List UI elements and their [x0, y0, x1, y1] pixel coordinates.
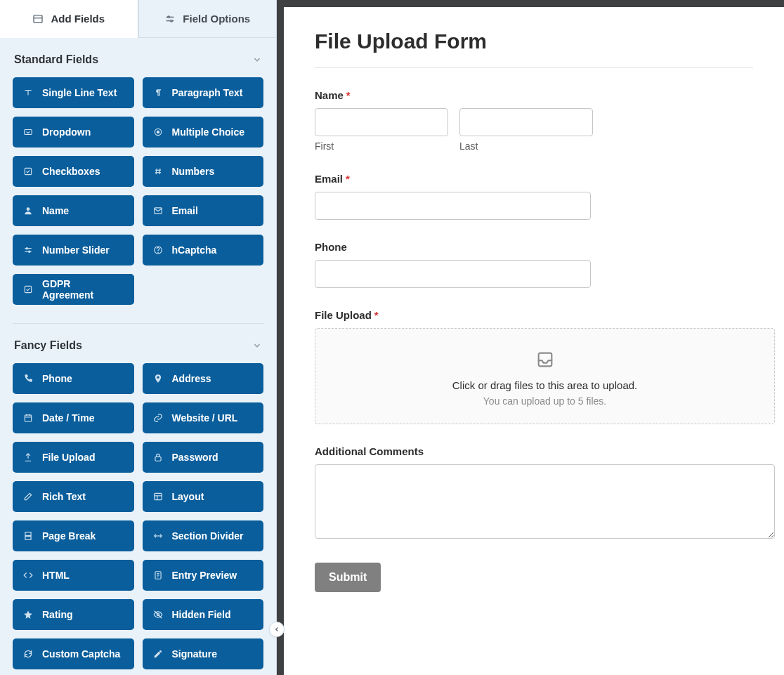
section-header-standard[interactable]: Standard Fields	[13, 38, 263, 77]
section-standard-fields: Standard Fields Single Line Text Paragra…	[0, 38, 276, 317]
hash-icon	[152, 166, 164, 176]
field-label: GDPR Agreement	[42, 278, 124, 301]
field-address[interactable]: Address	[143, 363, 264, 394]
field-label: Website / URL	[172, 412, 238, 424]
chevron-left-icon	[273, 626, 280, 633]
field-multiple-choice[interactable]: Multiple Choice	[143, 117, 264, 148]
file-upload-dropzone[interactable]: Click or drag files to this area to uplo…	[315, 328, 775, 424]
field-hcaptcha[interactable]: hCaptcha	[143, 235, 264, 266]
field-numbers[interactable]: Numbers	[143, 156, 264, 187]
svg-point-4	[168, 16, 170, 18]
upload-icon	[22, 452, 34, 462]
paragraph-icon	[152, 88, 164, 98]
svg-rect-32	[25, 537, 31, 540]
field-label: Address	[172, 373, 211, 384]
field-number-slider[interactable]: Number Slider	[13, 235, 134, 266]
field-rating[interactable]: Rating	[13, 599, 134, 630]
upload-main-text: Click or drag files to this area to uplo…	[329, 379, 760, 391]
text-icon	[22, 88, 34, 98]
location-icon	[152, 374, 164, 384]
field-label: HTML	[42, 570, 70, 581]
email-input[interactable]	[315, 192, 591, 220]
field-password[interactable]: Password	[143, 442, 264, 473]
name-label: Name*	[315, 89, 753, 101]
last-name-input[interactable]	[459, 108, 593, 136]
required-asterisk: *	[374, 309, 379, 321]
svg-point-14	[27, 207, 30, 211]
last-name-col: Last	[459, 108, 593, 152]
field-file-upload[interactable]: File Upload	[13, 442, 134, 473]
svg-point-5	[171, 20, 173, 22]
field-checkboxes[interactable]: Checkboxes	[13, 156, 134, 187]
field-block-email[interactable]: Email*	[315, 173, 753, 220]
field-label: Rich Text	[42, 491, 86, 502]
field-label: Signature	[172, 648, 218, 660]
label-text: Email	[315, 173, 343, 185]
tab-field-options[interactable]: Field Options	[138, 0, 277, 38]
radio-icon	[152, 127, 164, 137]
chevron-down-icon	[252, 55, 262, 65]
field-dropdown[interactable]: Dropdown	[13, 117, 134, 148]
svg-rect-31	[25, 532, 31, 536]
eye-off-icon	[152, 610, 164, 620]
svg-rect-9	[25, 168, 31, 174]
svg-point-8	[157, 131, 159, 133]
field-block-comments[interactable]: Additional Comments	[315, 445, 753, 542]
field-hidden-field[interactable]: Hidden Field	[143, 599, 264, 630]
section-header-fancy[interactable]: Fancy Fields	[13, 324, 263, 363]
field-html[interactable]: HTML	[13, 560, 134, 591]
canvas-wrapper: File Upload Form Name* First Last	[277, 0, 784, 675]
comments-label: Additional Comments	[315, 445, 753, 457]
field-date-time[interactable]: Date / Time	[13, 402, 134, 433]
field-options-icon	[164, 13, 176, 25]
field-single-line-text[interactable]: Single Line Text	[13, 77, 134, 108]
comments-textarea[interactable]	[315, 464, 775, 539]
field-page-break[interactable]: Page Break	[13, 520, 134, 551]
field-label: Page Break	[42, 530, 96, 542]
form-builder-app: Add Fields Field Options Standard Fields	[0, 0, 784, 675]
field-custom-captcha[interactable]: Custom Captcha	[13, 638, 134, 669]
slider-icon	[22, 245, 34, 255]
field-entry-preview[interactable]: Entry Preview	[143, 560, 264, 591]
divider-icon	[152, 531, 164, 541]
first-name-input[interactable]	[315, 108, 448, 136]
field-block-phone[interactable]: Phone	[315, 241, 753, 288]
field-label: Name	[42, 205, 69, 216]
field-name[interactable]: Name	[13, 195, 134, 226]
phone-label: Phone	[315, 241, 753, 253]
checkbox-icon	[22, 284, 34, 294]
field-block-name[interactable]: Name* First Last	[315, 89, 753, 152]
field-phone[interactable]: Phone	[13, 363, 134, 394]
field-label: Checkboxes	[42, 166, 100, 177]
field-label: Layout	[172, 491, 204, 502]
tab-add-fields[interactable]: Add Fields	[0, 0, 138, 38]
phone-input[interactable]	[315, 260, 591, 288]
field-label: Number Slider	[42, 244, 110, 256]
svg-rect-0	[34, 15, 42, 22]
help-icon	[152, 245, 164, 255]
field-label: Custom Captcha	[42, 648, 120, 660]
field-rich-text[interactable]: Rich Text	[13, 481, 134, 512]
field-block-file-upload[interactable]: File Upload* Click or drag files to this…	[315, 309, 753, 424]
field-email[interactable]: Email	[143, 195, 264, 226]
svg-rect-28	[154, 493, 162, 499]
sidebar-collapse-handle[interactable]	[269, 622, 285, 637]
email-label: Email*	[315, 173, 753, 185]
svg-line-13	[159, 169, 159, 174]
field-label: Entry Preview	[172, 570, 237, 581]
link-icon	[152, 413, 164, 423]
field-website-url[interactable]: Website / URL	[143, 402, 264, 433]
layout-icon	[152, 492, 164, 502]
svg-point-21	[157, 252, 158, 253]
add-fields-icon	[32, 13, 44, 25]
field-paragraph-text[interactable]: Paragraph Text	[143, 77, 264, 108]
field-signature[interactable]: Signature	[143, 638, 264, 669]
field-label: Single Line Text	[42, 87, 117, 98]
user-icon	[22, 206, 34, 216]
field-gdpr-agreement[interactable]: GDPR Agreement	[13, 274, 134, 305]
submit-button[interactable]: Submit	[315, 563, 381, 592]
tab-label: Field Options	[183, 13, 250, 25]
lock-icon	[152, 452, 164, 462]
field-layout[interactable]: Layout	[143, 481, 264, 512]
field-section-divider[interactable]: Section Divider	[143, 520, 264, 551]
